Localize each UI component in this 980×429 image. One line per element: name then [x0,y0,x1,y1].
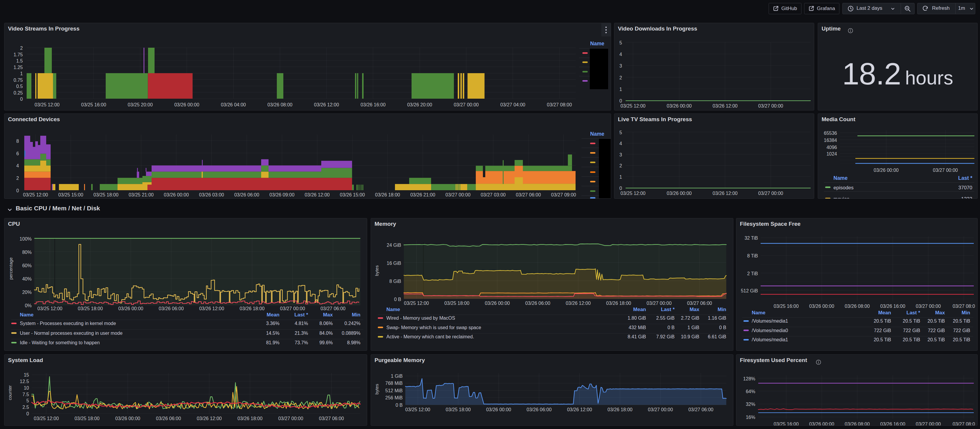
svg-text:1.16 GiB: 1.16 GiB [708,316,726,321]
svg-text:8.98%: 8.98% [347,340,360,345]
svg-text:7.92 GiB: 7.92 GiB [656,334,675,339]
svg-text:10: 10 [24,386,29,391]
svg-text:03/26 18:00: 03/26 18:00 [375,192,400,197]
svg-text:03/26 12:00: 03/26 12:00 [305,192,330,197]
svg-text:8.06%: 8.06% [320,321,333,326]
svg-text:1.5: 1.5 [16,58,23,64]
svg-text:03/25 18:00: 03/25 18:00 [444,301,469,306]
svg-text:0: 0 [26,411,29,416]
svg-text:03/26 08:00: 03/26 08:00 [845,422,870,426]
svg-text:84.0%: 84.0% [320,331,333,336]
svg-text:03/26 00:00: 03/26 00:00 [809,422,834,426]
svg-text:03/25 12:00: 03/25 12:00 [37,306,62,311]
svg-text:40%: 40% [22,276,32,281]
svg-text:03/26 00:00: 03/26 00:00 [174,102,200,107]
svg-text:Mean: Mean [878,310,891,316]
svg-text:8 TiB: 8 TiB [747,253,758,258]
svg-text:03/27 08:0: 03/27 08:0 [953,422,975,426]
svg-text:60%: 60% [22,263,32,268]
svg-text:Mean: Mean [267,312,280,317]
svg-text:Name: Name [590,131,604,137]
svg-text:0: 0 [20,97,23,102]
svg-text:2: 2 [619,163,622,168]
svg-text:99.6%: 99.6% [320,340,333,345]
svg-text:03/25 12:00: 03/25 12:00 [620,104,646,108]
svg-text:16384: 16384 [824,138,837,143]
svg-text:03/27 06:00: 03/27 06:00 [688,407,714,412]
svg-text:03/27 04:00: 03/27 04:00 [500,102,525,107]
svg-text:03/26 16:00: 03/26 16:00 [361,102,386,107]
svg-text:03/26 12:00: 03/26 12:00 [314,102,339,107]
svg-text:10.9 GiB: 10.9 GiB [681,334,699,339]
svg-text:03/26 12:00: 03/26 12:00 [199,306,224,311]
svg-text:03/27 00:00: 03/27 00:00 [933,168,958,173]
svg-text:Wired - Memory used by MacOS: Wired - Memory used by MacOS [387,316,455,321]
svg-text:03/26 21:00: 03/26 21:00 [410,192,436,197]
svg-text:4.81%: 4.81% [294,321,308,326]
svg-text:5: 5 [619,130,622,135]
svg-text:/Volumes/media1: /Volumes/media1 [752,337,788,342]
svg-text:Max: Max [935,310,945,316]
svg-text:03/25 18:00: 03/25 18:00 [78,306,103,311]
svg-text:4: 4 [619,141,622,146]
svg-text:24 GiB: 24 GiB [387,242,401,248]
svg-text:03/26 06:00: 03/26 06:00 [156,416,181,421]
svg-text:03/26 00:00: 03/26 00:00 [118,306,143,311]
svg-text:03/27 00:00: 03/27 00:00 [648,407,673,412]
svg-text:20.5 TiB: 20.5 TiB [953,337,970,342]
svg-text:03/26 18:00: 03/26 18:00 [240,306,265,311]
svg-text:03/27 03:00: 03/27 03:00 [480,192,506,197]
svg-text:2 TiB: 2 TiB [747,271,758,276]
svg-text:20.5 TiB: 20.5 TiB [928,319,945,324]
svg-text:4: 4 [16,163,19,168]
svg-text:03/26 00:00: 03/26 00:00 [809,304,834,309]
svg-text:03/26 08:00: 03/26 08:00 [267,102,293,107]
svg-text:Last *: Last * [661,307,675,312]
svg-text:0.5: 0.5 [16,84,23,89]
svg-text:1223: 1223 [961,196,972,198]
svg-text:1024: 1024 [826,152,837,156]
svg-text:Name: Name [20,312,33,317]
svg-text:03/26 00:00: 03/26 00:00 [115,416,140,421]
svg-text:03/27 00:00: 03/27 00:00 [280,306,305,311]
svg-text:16 GiB: 16 GiB [387,261,401,266]
svg-text:100%: 100% [19,236,32,241]
svg-text:Name: Name [387,307,400,312]
svg-text:03/26 18:00: 03/26 18:00 [608,407,633,412]
svg-text:03/25 12:00: 03/25 12:00 [620,191,646,196]
svg-text:03/26 00:00: 03/26 00:00 [164,192,189,197]
svg-text:03/27 00:00: 03/27 00:00 [445,192,471,197]
svg-text:12.5: 12.5 [20,379,29,384]
svg-text:03/25 16:00: 03/25 16:00 [81,102,106,107]
svg-text:2.5: 2.5 [22,405,29,410]
svg-text:/Volumes/media0: /Volumes/media0 [752,328,788,333]
svg-text:3: 3 [619,64,622,69]
svg-text:20.5 TiB: 20.5 TiB [903,319,920,324]
svg-text:722 GiB: 722 GiB [874,328,891,333]
svg-text:0.242%: 0.242% [344,321,360,326]
svg-text:Min: Min [352,312,360,317]
svg-text:03/27 08:00: 03/27 08:00 [547,102,572,107]
svg-text:Max: Max [323,312,333,317]
svg-text:03/25 12:00: 03/25 12:00 [23,192,48,197]
svg-text:03/26 08:00: 03/26 08:00 [845,304,870,309]
svg-text:03/26 06:00: 03/26 06:00 [527,407,552,412]
svg-text:1: 1 [20,71,23,76]
svg-text:20%: 20% [22,290,32,295]
svg-text:Swap- Memory which is used for: Swap- Memory which is used for swap spac… [387,325,481,330]
svg-text:20.5 TiB: 20.5 TiB [874,337,891,342]
svg-text:20.5 TiB: 20.5 TiB [874,319,891,324]
svg-text:03/26 06:00: 03/26 06:00 [159,306,184,311]
svg-text:03/27 00:00: 03/27 00:00 [278,416,304,421]
svg-text:03/27 00:00: 03/27 00:00 [647,301,672,306]
svg-text:03/26 00:00: 03/26 00:00 [485,301,510,306]
svg-text:03/26 03:00: 03/26 03:00 [199,192,224,197]
svg-text:03/25 12:00: 03/25 12:00 [35,102,60,107]
svg-text:03/25 21:00: 03/25 21:00 [129,192,154,197]
svg-text:03/26 16:00: 03/26 16:00 [880,422,905,426]
svg-text:2.72 GiB: 2.72 GiB [681,316,699,321]
svg-text:03/27 00:00: 03/27 00:00 [916,422,941,426]
svg-text:5: 5 [619,40,622,45]
svg-text:03/26 18:00: 03/26 18:00 [237,416,262,421]
svg-text:System - Processes executing i: System - Processes executing in kernel m… [20,321,116,326]
